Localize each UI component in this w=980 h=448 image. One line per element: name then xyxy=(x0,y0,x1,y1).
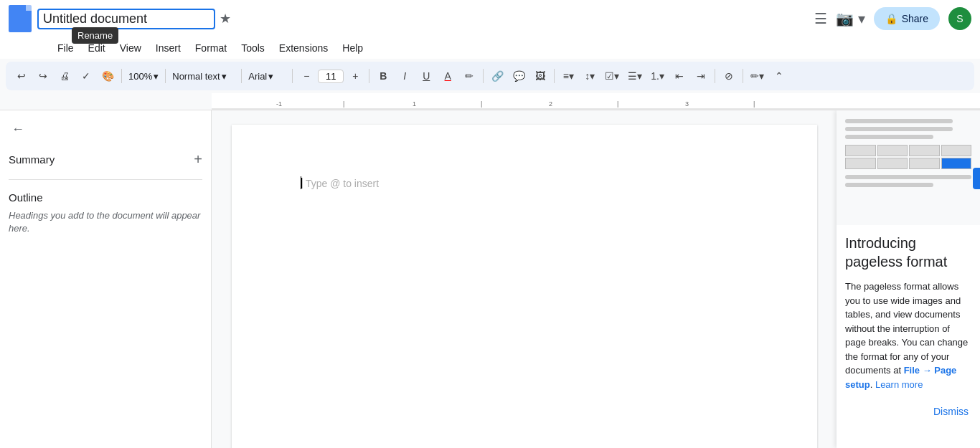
chat-icon[interactable]: ☰ xyxy=(814,10,827,27)
divider-9 xyxy=(743,69,743,83)
list-button[interactable]: ☰▾ xyxy=(624,66,646,86)
increase-font-button[interactable]: + xyxy=(345,66,365,86)
outline-label: Outline xyxy=(9,191,202,204)
pageless-title: Introducing pageless format xyxy=(845,234,971,271)
rename-tooltip: Rename xyxy=(72,27,118,44)
title-area: ★ xyxy=(37,9,809,29)
italic-button[interactable]: I xyxy=(395,66,415,86)
divider-1 xyxy=(121,69,122,83)
underline-button[interactable]: U xyxy=(416,66,436,86)
svg-text:3: 3 xyxy=(685,100,689,108)
summary-row: Summary + xyxy=(9,151,202,168)
document-page[interactable]: | Type @ to insert xyxy=(232,125,817,448)
font-size-input[interactable] xyxy=(318,70,344,83)
preview-cell xyxy=(877,145,908,156)
svg-text:|: | xyxy=(343,100,344,108)
preview-cell xyxy=(941,158,972,169)
main-area: ← Summary + Outline Headings you add to … xyxy=(0,110,980,448)
preview-cell xyxy=(845,158,876,169)
pageless-scroll-indicator[interactable] xyxy=(973,168,980,189)
back-button[interactable]: ← xyxy=(9,119,27,140)
indent-more-button[interactable]: ⇥ xyxy=(691,66,711,86)
add-summary-button[interactable]: + xyxy=(194,151,202,168)
svg-text:1: 1 xyxy=(413,100,416,108)
redo-button[interactable]: ↪ xyxy=(33,66,53,86)
menu-extensions[interactable]: Extensions xyxy=(272,39,335,57)
menu-format[interactable]: Format xyxy=(188,39,234,57)
ruler: -1 | 1 | 2 | 3 | xyxy=(0,93,980,110)
svg-text:-1: -1 xyxy=(276,100,282,108)
preview-line-2 xyxy=(845,127,953,131)
pageless-preview xyxy=(837,110,980,225)
checklist-button[interactable]: ☑▾ xyxy=(601,66,623,86)
avatar[interactable]: S xyxy=(948,7,971,30)
divider-3 xyxy=(241,69,242,83)
preview-cell xyxy=(877,158,908,169)
print-button[interactable]: 🖨 xyxy=(55,66,75,86)
indent-less-button[interactable]: ⇤ xyxy=(669,66,689,86)
meet-icon[interactable]: 📷 ▾ xyxy=(836,10,865,27)
preview-line-3 xyxy=(845,135,933,139)
share-button[interactable]: 🔒 Share xyxy=(874,7,940,30)
preview-line-5 xyxy=(845,183,933,187)
pageless-panel: Introducing pageless format The pageless… xyxy=(837,110,980,448)
divider-4 xyxy=(292,69,293,83)
document-area[interactable]: | Type @ to insert xyxy=(212,110,837,448)
pageless-content: Introducing pageless format The pageless… xyxy=(837,225,980,400)
sidebar: ← Summary + Outline Headings you add to … xyxy=(0,110,212,448)
comment-button[interactable]: 💬 xyxy=(509,66,529,86)
preview-table xyxy=(845,145,971,169)
outline-hint: Headings you add to the document will ap… xyxy=(9,209,202,235)
edit-pen-button[interactable]: ✏▾ xyxy=(747,66,768,86)
divider-6 xyxy=(483,69,484,83)
text-style-select[interactable]: Normal text ▾ xyxy=(169,70,237,83)
spellcheck-button[interactable]: ✓ xyxy=(76,66,96,86)
menu-help[interactable]: Help xyxy=(335,39,370,57)
svg-text:|: | xyxy=(617,100,618,108)
paint-format-button[interactable]: 🎨 xyxy=(98,66,118,86)
text-cursor: | xyxy=(301,176,301,189)
divider-5 xyxy=(369,69,369,83)
link-button[interactable]: 🔗 xyxy=(487,66,507,86)
google-docs-icon xyxy=(9,5,32,32)
preview-cell xyxy=(909,145,940,156)
align-button[interactable]: ≡▾ xyxy=(558,66,578,86)
expand-button[interactable]: ⌃ xyxy=(769,66,789,86)
numbered-list-button[interactable]: 1.▾ xyxy=(647,66,668,86)
text-color-button[interactable]: A xyxy=(438,66,458,86)
dismiss-button[interactable]: Dismiss xyxy=(925,400,977,423)
divider-7 xyxy=(554,69,555,83)
pageless-body: The pageless format allows you to use wi… xyxy=(845,280,971,391)
preview-line-4 xyxy=(845,175,971,179)
svg-text:2: 2 xyxy=(549,100,552,108)
lock-icon: 🔒 xyxy=(885,13,897,24)
document-title-input[interactable] xyxy=(37,9,215,29)
decrease-font-button[interactable]: − xyxy=(296,66,316,86)
summary-label: Summary xyxy=(9,153,55,166)
divider-2 xyxy=(165,69,166,83)
preview-cell xyxy=(909,158,940,169)
font-select[interactable]: Arial ▾ xyxy=(245,70,288,83)
top-right-actions: ☰ 📷 ▾ 🔒 Share S xyxy=(814,7,971,30)
divider-8 xyxy=(715,69,715,83)
preview-line-1 xyxy=(845,119,953,123)
undo-button[interactable]: ↩ xyxy=(11,66,32,86)
clear-format-button[interactable]: ⊘ xyxy=(719,66,739,86)
menu-tools[interactable]: Tools xyxy=(234,39,272,57)
star-icon[interactable]: ★ xyxy=(220,11,231,27)
ruler-svg: -1 | 1 | 2 | 3 | xyxy=(212,93,980,110)
learn-more-link[interactable]: Learn more xyxy=(875,379,923,390)
ruler-inner: -1 | 1 | 2 | 3 | xyxy=(212,93,980,110)
svg-text:|: | xyxy=(753,100,755,108)
highlight-button[interactable]: ✏ xyxy=(459,66,479,86)
preview-cell xyxy=(845,145,876,156)
svg-text:|: | xyxy=(481,100,482,108)
placeholder-text: Type @ to insert xyxy=(306,178,379,189)
preview-cell xyxy=(941,145,972,156)
image-button[interactable]: 🖼 xyxy=(530,66,550,86)
menu-insert[interactable]: Insert xyxy=(149,39,188,57)
share-label: Share xyxy=(902,13,928,24)
zoom-select[interactable]: 100% ▾ xyxy=(126,70,161,83)
bold-button[interactable]: B xyxy=(373,66,393,86)
line-spacing-button[interactable]: ↕▾ xyxy=(580,66,600,86)
